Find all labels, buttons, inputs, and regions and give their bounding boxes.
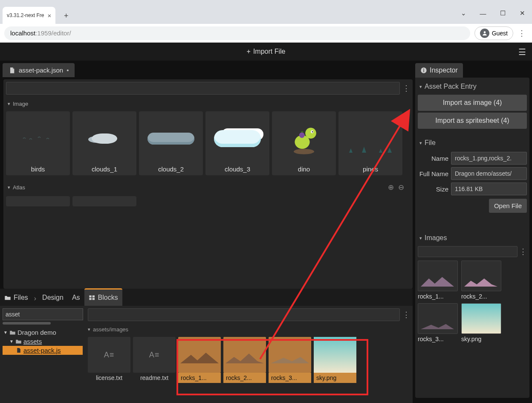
tab-blocks[interactable]: Blocks <box>84 288 122 306</box>
svg-rect-10 <box>92 298 94 300</box>
tree-row-pack[interactable]: asset-pack.js <box>3 346 83 355</box>
block-label: license.txt <box>88 373 130 383</box>
images-filter-input[interactable] <box>418 246 518 257</box>
blocks-filter-input[interactable] <box>88 308 400 321</box>
import-as-spritesheet-button[interactable]: Import as spritesheet (4) <box>418 113 527 129</box>
sky-icon <box>314 337 356 373</box>
tree-label: asset-pack.js <box>23 347 61 354</box>
tab-files[interactable]: Files <box>0 290 32 306</box>
block-label: rocks_3... <box>269 373 311 383</box>
inspector-tab[interactable]: Inspector <box>415 63 463 78</box>
svg-rect-7 <box>89 296 91 298</box>
inspector-image-sky[interactable]: sky.png <box>461 303 501 342</box>
block-rocks-3[interactable]: rocks_3... <box>269 337 311 383</box>
profile-chip[interactable]: Guest <box>474 26 513 40</box>
thumb-label: pines <box>363 165 378 173</box>
tab-title: v3.31.2-next Fre <box>7 12 44 18</box>
atlas-item[interactable] <box>6 196 70 206</box>
name-value[interactable]: rocks_1.png,rocks_2. <box>451 152 527 165</box>
images-section-header[interactable]: ▾ Images <box>418 232 527 244</box>
block-readme[interactable]: A≡ readme.txt <box>133 337 176 383</box>
remove-circle-icon[interactable]: ⊖ <box>398 183 404 192</box>
caret-down-icon: ▼ <box>9 339 14 344</box>
thumb-dino[interactable]: dino <box>272 111 336 175</box>
tree-filter-input[interactable] <box>3 308 83 320</box>
inspector-image-rocks-3[interactable]: rocks_3... <box>418 303 458 342</box>
minimize-icon[interactable]: — <box>473 7 493 20</box>
thumb-birds[interactable]: birds <box>6 111 70 175</box>
json-file-icon <box>15 348 22 353</box>
thumb-clouds-3[interactable]: clouds_3 <box>205 111 269 175</box>
tree-label: Dragon demo <box>17 329 56 336</box>
asset-pack-entry-header[interactable]: ▾ Asset Pack Entry <box>418 80 527 93</box>
more-icon[interactable]: ⋮ <box>519 246 527 257</box>
block-license[interactable]: A≡ license.txt <box>88 337 130 383</box>
svg-point-6 <box>299 132 305 138</box>
thumb-pines[interactable]: pines <box>338 111 402 175</box>
images-section-label: Images <box>425 234 447 242</box>
section-atlas-header[interactable]: ▾ Atlas ⊕ ⊖ <box>6 181 410 194</box>
close-icon[interactable]: × <box>47 12 51 19</box>
window-controls: ⌄ — ☐ ✕ <box>454 7 532 20</box>
tree-row-root[interactable]: ▼ Dragon demo <box>3 328 83 337</box>
section-atlas-label: Atlas <box>13 184 25 191</box>
fullname-value[interactable]: Dragon demo/assets/ <box>451 167 527 180</box>
file-icon <box>9 67 15 74</box>
blocks-body: ⋮ ▾ assets/images A≡ license.txt A≡ r <box>85 306 413 403</box>
asset-filter-input[interactable] <box>6 82 400 95</box>
tree-row-assets[interactable]: ▼ assets <box>3 337 83 346</box>
cloud-icon <box>214 130 261 147</box>
inspector-image-rocks-1[interactable]: rocks_1... <box>418 261 458 300</box>
thumb-clouds-1[interactable]: clouds_1 <box>72 111 136 175</box>
menu-icon[interactable]: ☰ <box>518 47 526 57</box>
block-sky[interactable]: sky.png <box>314 337 356 383</box>
svg-point-0 <box>483 31 486 33</box>
mountain-icon <box>421 318 454 329</box>
mountain-icon <box>464 275 497 287</box>
section-image-header[interactable]: ▾ Image <box>6 99 410 109</box>
more-icon[interactable]: ⋮ <box>402 308 410 321</box>
folder-icon <box>15 339 22 344</box>
editor-tab-title: asset-pack.json <box>19 67 63 74</box>
tab-design[interactable]: Design <box>38 290 68 306</box>
address-bar: localhost:1959/editor/ Guest ⋮ <box>0 24 532 43</box>
blocks-section-header[interactable]: ▾ assets/images <box>88 326 410 333</box>
inspector-panel: Inspector ▾ Asset Pack Entry Import as i… <box>415 63 529 400</box>
birds-icon <box>21 134 55 143</box>
tab-assets[interactable]: As <box>68 290 84 306</box>
import-file-button[interactable]: + Import File <box>247 48 286 55</box>
thumb-label: clouds_1 <box>92 165 117 173</box>
thumb-label: clouds_3 <box>225 165 250 173</box>
import-as-image-button[interactable]: Import as image (4) <box>418 95 527 111</box>
file-section-header[interactable]: ▾ File <box>418 136 527 149</box>
folder-icon <box>9 330 16 335</box>
more-icon[interactable]: ⋮ <box>402 82 410 95</box>
new-tab-button[interactable]: + <box>60 9 72 22</box>
close-window-icon[interactable]: ✕ <box>512 7 532 20</box>
block-rocks-1[interactable]: rocks_1... <box>178 337 221 383</box>
mountain-icon <box>421 275 454 287</box>
pines-icon <box>345 144 396 153</box>
editor-tab[interactable]: asset-pack.json • <box>3 63 75 77</box>
bottom-tabs: Files › Design As Blocks <box>0 289 413 306</box>
browser-tab[interactable]: v3.31.2-next Fre × <box>3 7 55 24</box>
block-label: readme.txt <box>133 373 176 383</box>
text-file-icon: A≡ <box>149 351 160 360</box>
open-file-button[interactable]: Open File <box>489 199 527 213</box>
inspector-image-rocks-2[interactable]: rocks_2... <box>461 261 501 300</box>
asset-pack-entry-label: Asset Pack Entry <box>425 83 477 90</box>
maximize-icon[interactable]: ☐ <box>493 7 512 20</box>
chevron-down-icon[interactable]: ⌄ <box>454 7 473 20</box>
scrollbar[interactable] <box>3 322 51 325</box>
bottom-panel: Files › Design As Blocks × ⋮ <box>0 289 413 403</box>
plus-icon: + <box>247 48 251 55</box>
block-rocks-2[interactable]: rocks_2... <box>223 337 266 383</box>
atlas-item[interactable] <box>72 196 136 206</box>
url-input[interactable]: localhost:1959/editor/ <box>4 26 470 40</box>
url-host: localhost <box>10 29 35 37</box>
browser-menu-icon[interactable]: ⋮ <box>516 29 528 38</box>
add-circle-icon[interactable]: ⊕ <box>388 183 394 192</box>
profile-label: Guest <box>492 30 508 37</box>
chevron-down-icon: ▾ <box>419 140 422 146</box>
thumb-clouds-2[interactable]: clouds_2 <box>139 111 203 175</box>
